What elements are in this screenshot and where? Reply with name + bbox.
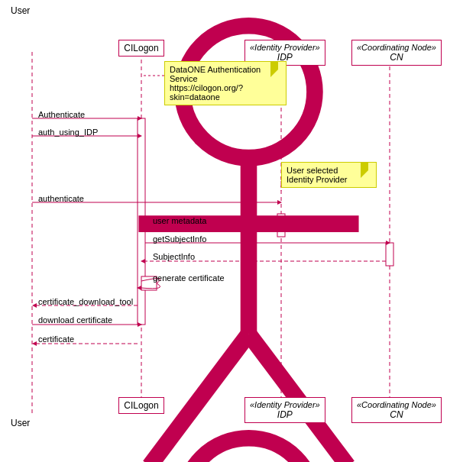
lifeline-cn-bottom-label: CN	[357, 409, 436, 420]
msg-user-metadata-label: user metadata	[153, 216, 206, 225]
msg-auth-using-idp-label: auth_using_IDP	[38, 128, 98, 137]
lifeline-cilogon-bottom-label: CILogon	[124, 400, 158, 411]
actor-user-top: User	[11, 4, 30, 16]
msg-authenticate-label: Authenticate	[38, 110, 85, 119]
lifeline-cn-bottom: «Coordinating Node» CN	[351, 397, 442, 423]
svg-point-34	[183, 438, 315, 462]
msg-subject-info-label: SubjectInfo	[153, 252, 195, 261]
lifeline-cn-stereotype: «Coordinating Node»	[357, 43, 436, 52]
msg-get-subject-info-label: getSubjectInfo	[153, 234, 206, 244]
sequence-diagram: User CILogon «Identity Provider» IDP «Co…	[0, 0, 476, 462]
lifeline-idp-stereotype: «Identity Provider»	[250, 43, 320, 52]
note-idp-text: User selectedIdentity Provider	[287, 166, 347, 184]
msg-authenticate2-label: authenticate	[38, 194, 84, 203]
lifeline-idp-bottom-stereotype: «Identity Provider»	[250, 400, 320, 409]
msg-cert-download-tool-label: certificate_download_tool	[38, 297, 133, 306]
note-dataone: DataONE Authentication Servicehttps://ci…	[164, 61, 287, 105]
lifeline-cn-top: «Coordinating Node» CN	[351, 40, 442, 66]
lifeline-cilogon-label: CILogon	[124, 43, 158, 53]
msg-generate-cert-label: generate certificate	[153, 273, 225, 283]
msg-download-cert-label: download certificate	[38, 315, 112, 325]
actor-user-bottom: User	[11, 416, 30, 428]
lifeline-cilogon-top: CILogon	[118, 40, 164, 57]
msg-certificate-label: certificate	[38, 334, 74, 344]
lifeline-cilogon-bottom: CILogon	[118, 397, 164, 414]
lifeline-cn-bottom-stereotype: «Coordinating Node»	[357, 400, 436, 409]
note-dataone-text: DataONE Authentication Servicehttps://ci…	[170, 65, 261, 102]
lifeline-idp-bottom-label: IDP	[250, 409, 320, 420]
lifeline-idp-bottom: «Identity Provider» IDP	[244, 397, 325, 423]
note-idp-selection: User selectedIdentity Provider	[281, 162, 377, 188]
lifeline-cn-label: CN	[357, 52, 436, 63]
